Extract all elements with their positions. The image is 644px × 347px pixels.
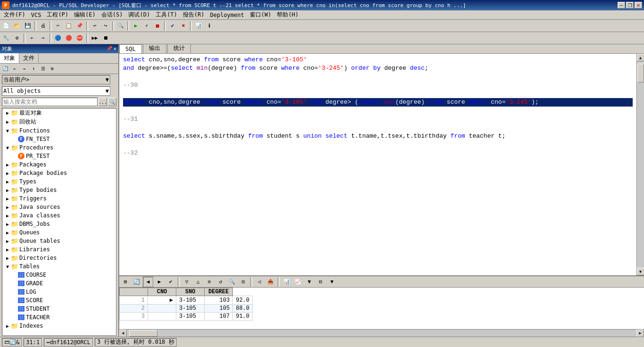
- grid2-btn[interactable]: ⊟: [315, 277, 326, 287]
- print-btn[interactable]: 🖨: [38, 21, 48, 31]
- tree-item[interactable]: ▶📁Queue tables: [2, 237, 116, 245]
- obj-type-dropdown[interactable]: All objects ▼: [2, 86, 110, 96]
- tree-item[interactable]: ▶📁Indexes: [2, 322, 116, 330]
- tree-item[interactable]: ▶📁最近对象: [2, 108, 116, 117]
- obj-back-btn[interactable]: ←: [10, 65, 19, 73]
- tree-item[interactable]: GRADE: [2, 279, 116, 288]
- h-scroll-thumb[interactable]: [129, 330, 157, 337]
- tree-item[interactable]: ▼📁Functions: [2, 126, 116, 135]
- tree-item[interactable]: SCORE: [2, 296, 116, 305]
- scroll-track[interactable]: [637, 61, 644, 268]
- sql-tab-0[interactable]: SQL: [119, 44, 142, 53]
- prev-btn[interactable]: ◀: [143, 277, 153, 287]
- menu-r[interactable]: 报告(R): [180, 10, 207, 19]
- save-btn[interactable]: 💾: [23, 21, 33, 31]
- filter-input-btn[interactable]: ⊡: [238, 277, 248, 287]
- tree-item[interactable]: ▶📁Queues: [2, 228, 116, 237]
- explain-btn[interactable]: 📊: [193, 21, 204, 31]
- filter-clear-btn[interactable]: ⊘: [204, 277, 215, 287]
- tree-item[interactable]: PPR_TEST: [2, 152, 116, 160]
- scroll-thumb[interactable]: [637, 64, 644, 83]
- run-btn[interactable]: ▶: [131, 21, 141, 31]
- filter-down-btn[interactable]: ▽: [182, 277, 192, 287]
- tb2-btn8[interactable]: ▶▶: [90, 33, 100, 43]
- close-button[interactable]: ✕: [635, 2, 642, 8]
- grid-btn[interactable]: ⊞: [120, 277, 131, 287]
- vertical-scrollbar[interactable]: ▲ ▼: [636, 54, 644, 275]
- undo-btn[interactable]: ↩: [90, 21, 100, 31]
- schema-dropdown[interactable]: 当前用户> ▼: [2, 75, 110, 84]
- tree-item[interactable]: ▶📁Libraries: [2, 245, 116, 254]
- cut-btn[interactable]: ✂: [53, 21, 63, 31]
- horizontal-scrollbar[interactable]: ◀ ▶: [119, 329, 644, 337]
- scroll-up-btn[interactable]: ▲: [637, 54, 644, 61]
- obj-forward-btn[interactable]: →: [20, 65, 28, 73]
- rollback-btn[interactable]: ✖: [178, 21, 189, 31]
- tab-objects[interactable]: 对象: [0, 53, 19, 63]
- commit-btn[interactable]: ✔: [167, 21, 178, 31]
- menu-f[interactable]: 文件(F): [1, 10, 28, 19]
- tree-item[interactable]: ▶📁Packages: [2, 160, 116, 169]
- menu-t[interactable]: 工具(T): [153, 10, 180, 19]
- search-go-btn[interactable]: 🔍: [108, 98, 116, 106]
- chart-btn[interactable]: 📊: [281, 277, 292, 287]
- menu-deployment[interactable]: Deployment: [207, 11, 247, 19]
- tb2-btn2[interactable]: ⚙: [12, 33, 22, 43]
- open-btn[interactable]: 📂: [12, 21, 22, 31]
- tree-item[interactable]: FFN_TEST: [2, 135, 116, 143]
- grid-opts-btn[interactable]: ▼: [327, 277, 337, 287]
- tree-item[interactable]: ▶📁DBMS_Jobs: [2, 220, 116, 228]
- tree-item[interactable]: ▶📁Types: [2, 177, 116, 186]
- search-button[interactable]: ...: [99, 98, 107, 106]
- panel-pin[interactable]: 📌: [107, 46, 112, 52]
- info-btn[interactable]: ℹ: [204, 21, 215, 31]
- tree-item[interactable]: LOG: [2, 288, 116, 296]
- chart-opts-btn[interactable]: ▼: [304, 277, 314, 287]
- sql-tab-2[interactable]: 统计: [167, 44, 191, 53]
- paste-btn[interactable]: 📌: [74, 21, 85, 31]
- menu-h[interactable]: 帮助(H): [274, 10, 301, 19]
- tree-item[interactable]: ▼📁Tables: [2, 262, 116, 271]
- chart2-btn[interactable]: 📈: [293, 277, 303, 287]
- tree-item[interactable]: COURSE: [2, 271, 116, 279]
- stop-btn[interactable]: ■: [152, 21, 163, 31]
- copy-btn[interactable]: 📋: [64, 21, 74, 31]
- tree-item[interactable]: ▶📁Directories: [2, 254, 116, 262]
- filter-up-btn[interactable]: △: [193, 277, 203, 287]
- tb2-btn9[interactable]: ⏹: [100, 33, 111, 43]
- new-btn[interactable]: 📄: [1, 21, 11, 31]
- col-sno[interactable]: SNO: [176, 288, 205, 296]
- minimize-button[interactable]: ─: [618, 2, 625, 8]
- export-btn[interactable]: 📤: [265, 277, 276, 287]
- obj-refresh-btn[interactable]: 🔄: [1, 65, 9, 73]
- tb2-btn1[interactable]: 🔧: [1, 33, 11, 43]
- h-scroll-left[interactable]: ◀: [119, 330, 127, 337]
- h-scroll-track[interactable]: [127, 330, 636, 337]
- tree-item[interactable]: TEACHER: [2, 313, 116, 322]
- next-btn[interactable]: ▶: [154, 277, 165, 287]
- tree-item[interactable]: ▼📁Procedures: [2, 143, 116, 152]
- run-script-btn[interactable]: ⚡: [141, 21, 152, 31]
- menu-d[interactable]: 调试(D): [125, 10, 153, 19]
- obj-menu-btn[interactable]: ☰: [39, 65, 47, 73]
- search-input[interactable]: [2, 98, 98, 106]
- menu-vcs[interactable]: VCS: [28, 11, 44, 19]
- obj-up-btn[interactable]: ↑: [29, 65, 38, 73]
- search-results-btn[interactable]: 🔍: [227, 277, 237, 287]
- obj-settings-btn[interactable]: ⚙: [48, 65, 57, 73]
- menu-e[interactable]: 编辑(E): [71, 10, 99, 19]
- restore-button[interactable]: ❐: [626, 2, 634, 8]
- find-btn[interactable]: 🔍: [116, 21, 126, 31]
- refresh-results-btn[interactable]: 🔄: [132, 277, 142, 287]
- tb2-btn7[interactable]: ⛔: [74, 33, 85, 43]
- tb2-btn3[interactable]: ←: [27, 33, 37, 43]
- menu-s[interactable]: 会话(S): [99, 10, 126, 19]
- col-degree[interactable]: DEGREE: [205, 288, 233, 296]
- tb2-btn6[interactable]: 🔴: [64, 33, 74, 43]
- tree-item[interactable]: ▶📁Java sources: [2, 203, 116, 211]
- tree-item[interactable]: ▶📁回收站: [2, 117, 116, 126]
- redo-btn[interactable]: ↪: [100, 21, 111, 31]
- accept-btn[interactable]: ✔: [165, 277, 176, 287]
- reload-btn[interactable]: ↺: [215, 277, 226, 287]
- tab-files[interactable]: 文件: [19, 53, 39, 63]
